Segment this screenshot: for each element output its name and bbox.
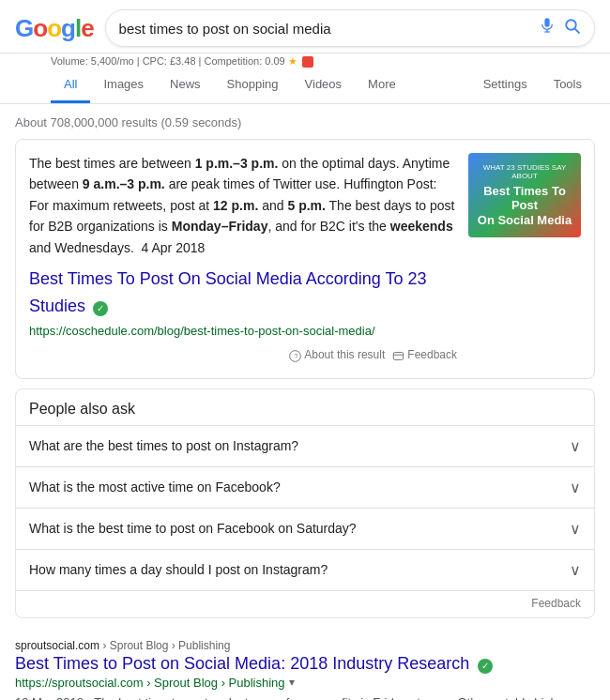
- snippet-feedback-label: Feedback: [407, 346, 457, 364]
- tab-shopping[interactable]: Shopping: [214, 68, 292, 103]
- result-1-breadcrumb: Sprout Blog › Publishing: [110, 639, 231, 652]
- image-subtitle: WHAT 23 STUDIES SAY ABOUT: [476, 163, 573, 180]
- snippet-text: The best times are between 1 p.m.–3 p.m.…: [29, 153, 457, 365]
- tag-icon: [302, 56, 313, 68]
- svg-rect-0: [544, 18, 549, 26]
- result-1-site: sproutsocial.com › Sprout Blog › Publish…: [15, 639, 595, 652]
- tab-videos[interactable]: Videos: [292, 68, 356, 103]
- google-logo: Google: [15, 14, 94, 43]
- search-icon[interactable]: [564, 18, 581, 38]
- svg-point-3: [566, 20, 576, 30]
- result-1-date: 13 Mar 2018: [15, 695, 84, 700]
- paa-question-3: What is the best time to post on Faceboo…: [29, 521, 357, 536]
- volume-text: Volume: 5,400/mo | CPC: £3.48 | Competit…: [51, 55, 285, 67]
- snippet-title-link[interactable]: Best Times To Post On Social Media Accor…: [29, 269, 427, 315]
- result-1-verified: ✓: [478, 659, 493, 674]
- tab-news[interactable]: News: [157, 68, 214, 103]
- about-result-link[interactable]: ? About this result: [289, 346, 385, 364]
- paa-chevron-4: ∨: [570, 561, 581, 579]
- paa-chevron-3: ∨: [570, 520, 581, 538]
- nav-tabs: All Images News Shopping Videos More Set…: [0, 68, 610, 104]
- paa-feedback-link[interactable]: Feedback: [531, 597, 581, 610]
- result-1-desc: 13 Mar 2018 - The best time to post on I…: [15, 693, 595, 700]
- paa-item-2[interactable]: What is the most active time on Facebook…: [16, 466, 594, 508]
- svg-line-4: [575, 29, 580, 34]
- snippet-footer: ? About this result Feedback: [29, 346, 457, 364]
- paa-footer: Feedback: [16, 590, 594, 617]
- star-icon: ★: [288, 55, 297, 67]
- main-content: About 708,000,000 results (0.59 seconds)…: [0, 104, 610, 700]
- settings-link[interactable]: Settings: [470, 68, 541, 103]
- paa-chevron-2: ∨: [570, 479, 581, 496]
- snippet-image: WHAT 23 STUDIES SAY ABOUT Best Times To …: [468, 153, 581, 237]
- verified-icon: ✓: [93, 301, 108, 316]
- tab-images[interactable]: Images: [90, 68, 157, 103]
- paa-question-4: How many times a day should I post on In…: [29, 562, 328, 577]
- paa-chevron-1: ∨: [570, 437, 581, 455]
- paa-item-4[interactable]: How many times a day should I post on In…: [16, 549, 594, 590]
- snippet-text-content: The best times are between 1 p.m.–3 p.m.…: [29, 156, 454, 255]
- search-bar[interactable]: [105, 9, 595, 47]
- paa-feedback-label: Feedback: [531, 597, 581, 610]
- snippet-feedback-link[interactable]: Feedback: [392, 346, 457, 364]
- svg-text:?: ?: [295, 353, 298, 359]
- svg-rect-7: [394, 352, 404, 359]
- tab-all[interactable]: All: [51, 68, 90, 103]
- result-1-domain: sproutsocial.com: [15, 639, 99, 652]
- paa-item-1[interactable]: What are the best times to post on Insta…: [16, 425, 594, 466]
- snippet-link: Best Times To Post On Social Media Accor…: [29, 266, 457, 320]
- paa-header: People also ask: [16, 389, 594, 425]
- settings-tools: Settings Tools: [470, 68, 595, 103]
- volume-bar: Volume: 5,400/mo | CPC: £3.48 | Competit…: [0, 53, 610, 68]
- result-1-dropdown[interactable]: ▾: [289, 676, 295, 689]
- search-input[interactable]: [119, 21, 540, 37]
- microphone-icon[interactable]: [540, 16, 555, 40]
- image-title: Best Times To PostOn Social Media: [476, 184, 573, 228]
- result-1-url: https://sproutsocial.com › Sprout Blog ›…: [15, 676, 595, 690]
- tab-more[interactable]: More: [355, 68, 409, 103]
- organic-result-1: sproutsocial.com › Sprout Blog › Publish…: [15, 628, 595, 700]
- featured-snippet: The best times are between 1 p.m.–3 p.m.…: [15, 139, 595, 379]
- result-count: About 708,000,000 results (0.59 seconds): [15, 112, 595, 129]
- about-label: About this result: [304, 346, 385, 364]
- header: Google: [0, 0, 610, 53]
- tools-link[interactable]: Tools: [541, 68, 595, 103]
- snippet-url: https://coschedule.com/blog/best-times-t…: [29, 322, 457, 342]
- search-icons: [540, 16, 581, 40]
- people-also-ask-section: People also ask What are the best times …: [15, 388, 595, 618]
- result-1-title: Best Times to Post on Social Media: 2018…: [15, 654, 595, 674]
- result-1-title-link[interactable]: Best Times to Post on Social Media: 2018…: [15, 654, 469, 673]
- paa-question-1: What are the best times to post on Insta…: [29, 438, 298, 453]
- paa-item-3[interactable]: What is the best time to post on Faceboo…: [16, 508, 594, 549]
- paa-question-2: What is the most active time on Facebook…: [29, 479, 281, 495]
